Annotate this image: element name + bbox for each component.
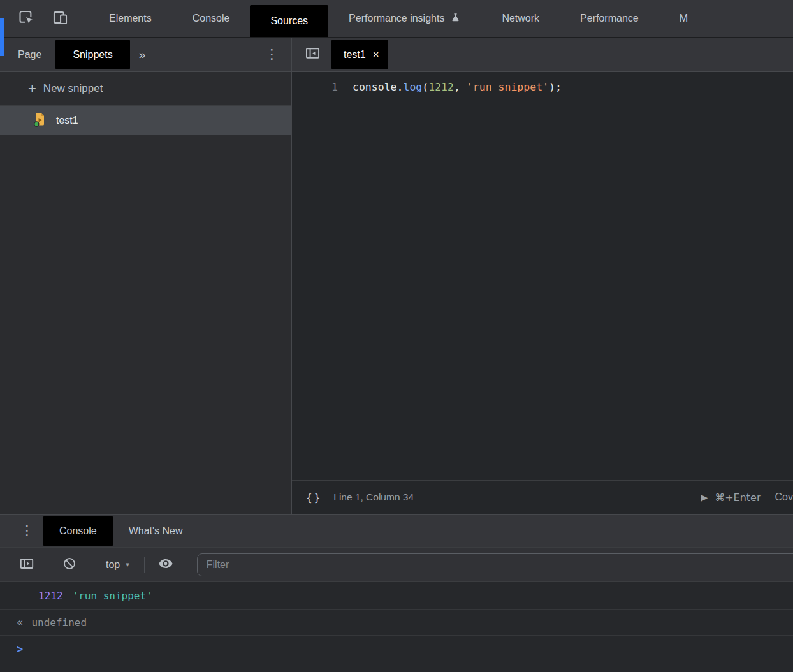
filter-input[interactable]: [197, 553, 793, 576]
tab-memory-clipped[interactable]: M: [659, 0, 708, 37]
coverage-label-clipped[interactable]: Cov: [775, 492, 793, 503]
snippet-name: test1: [56, 115, 78, 126]
toolbar-divider: [144, 557, 145, 573]
tab-performance-insights[interactable]: Performance insights: [328, 0, 481, 37]
drawer-tab-whats-new[interactable]: What's New: [113, 525, 198, 537]
console-prompt-row[interactable]: >: [0, 636, 793, 662]
sources-panel-body: + New snippet test1 1: [0, 72, 793, 514]
clear-console-icon: [62, 556, 77, 574]
code-separator: ,: [454, 81, 467, 93]
left-edge-accent: [0, 18, 4, 56]
chevron-down-icon: ▾: [126, 560, 129, 569]
run-icon: ▶: [701, 492, 708, 502]
editor-tab-test1[interactable]: test1 ×: [331, 40, 388, 69]
tab-label: Performance insights: [349, 13, 444, 24]
collapse-panel-icon: [304, 45, 321, 64]
tab-console[interactable]: Console: [172, 0, 251, 37]
log-string: 'run snippet': [73, 590, 152, 602]
result-value: undefined: [31, 617, 87, 629]
inspect-element-button[interactable]: [14, 7, 37, 30]
console-messages: 1212 'run snippet' « undefined >: [0, 582, 793, 672]
editor-tab-label: test1: [344, 49, 366, 61]
toolbar-divider: [48, 557, 48, 573]
panel-header-row: Page Snippets » ⋮ test1 ×: [0, 38, 793, 72]
new-snippet-button[interactable]: + New snippet: [0, 72, 291, 106]
context-label: top: [106, 559, 120, 571]
device-toolbar-button[interactable]: [48, 7, 71, 30]
tab-performance[interactable]: Performance: [560, 0, 659, 37]
code-dot: .: [397, 81, 404, 93]
device-toolbar-icon: [52, 9, 69, 29]
collapse-sidebar-button[interactable]: [301, 43, 324, 66]
plus-icon: +: [28, 82, 36, 96]
code-area[interactable]: 1 console.log(1212, 'run snippet');: [292, 72, 793, 480]
code-string: 'run snippet': [467, 81, 549, 93]
editor-status-bar: {} Line 1, Column 34 ▶ ⌘+Enter Cov: [292, 480, 793, 514]
console-log-row: 1212 'run snippet': [0, 582, 793, 610]
console-toolbar: top ▾: [0, 548, 793, 582]
tab-page[interactable]: Page: [15, 49, 44, 61]
console-sidebar-button[interactable]: [15, 553, 38, 576]
console-result-row: « undefined: [0, 610, 793, 636]
snippet-file-icon: [33, 112, 47, 129]
drawer-kebab-menu-icon[interactable]: ⋮: [20, 524, 34, 537]
close-icon[interactable]: ×: [373, 49, 379, 60]
clear-console-button[interactable]: [58, 553, 81, 576]
editor-tab-bar: test1 ×: [292, 38, 793, 71]
code-editor: 1 console.log(1212, 'run snippet'); {} L…: [292, 72, 793, 514]
devtools-window: Elements Console Sources Performance ins…: [0, 0, 793, 672]
line-number-gutter: 1: [292, 72, 344, 480]
return-value-icon: «: [17, 616, 23, 629]
code-method: log: [403, 81, 422, 93]
toolbar-divider: [82, 10, 82, 27]
tab-elements[interactable]: Elements: [89, 0, 172, 37]
inspect-icon: [17, 9, 34, 29]
toolbar-divider: [187, 557, 187, 573]
code-object: console: [353, 81, 397, 93]
code-open-paren: (: [422, 81, 428, 93]
line-number: 1: [331, 81, 338, 93]
snippets-sidebar: + New snippet test1: [0, 72, 292, 514]
console-sidebar-icon: [18, 555, 35, 574]
main-toolbar: Elements Console Sources Performance ins…: [0, 0, 793, 38]
main-tab-bar: Elements Console Sources Performance ins…: [89, 0, 708, 37]
tab-network[interactable]: Network: [481, 0, 560, 37]
toolbar-divider: [91, 557, 91, 573]
drawer: ⋮ Console What's New: [0, 514, 793, 672]
live-expression-button[interactable]: [154, 553, 177, 576]
flask-icon: [450, 12, 461, 26]
eye-icon: [157, 555, 174, 574]
log-number: 1212: [38, 590, 63, 602]
pretty-print-icon[interactable]: {}: [306, 492, 322, 504]
run-shortcut-label: ⌘+Enter: [715, 492, 760, 504]
toolbar-icon-group: [14, 7, 71, 30]
tab-snippets[interactable]: Snippets: [55, 40, 129, 69]
run-snippet-button[interactable]: ▶ ⌘+Enter: [701, 492, 760, 504]
cursor-position: Line 1, Column 34: [333, 492, 414, 503]
code-close: );: [549, 81, 562, 93]
prompt-icon: >: [17, 643, 23, 655]
context-selector[interactable]: top ▾: [101, 559, 135, 571]
code-number: 1212: [428, 81, 454, 93]
drawer-tab-bar: ⋮ Console What's New: [0, 515, 793, 548]
sources-sidebar-header: Page Snippets » ⋮: [0, 38, 292, 71]
drawer-tab-console[interactable]: Console: [43, 516, 113, 546]
kebab-menu-icon[interactable]: ⋮: [265, 48, 279, 61]
tab-sources[interactable]: Sources: [250, 5, 328, 37]
code-line: console.log(1212, 'run snippet');: [344, 72, 562, 480]
more-tabs-icon[interactable]: »: [139, 48, 146, 62]
snippet-item-test1[interactable]: test1: [0, 106, 291, 135]
new-snippet-label: New snippet: [43, 82, 103, 95]
